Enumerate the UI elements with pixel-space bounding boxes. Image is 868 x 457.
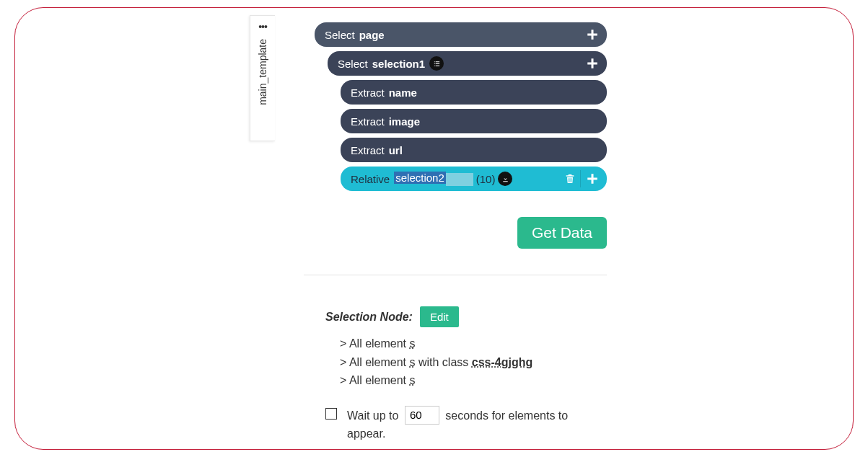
node-name: selection1 bbox=[372, 58, 425, 70]
node-keyword: Extract bbox=[351, 86, 385, 99]
drag-handle-icon[interactable]: ••• bbox=[258, 22, 267, 32]
list-item: > All element s bbox=[340, 334, 592, 353]
selector-breadcrumbs: > All element s > All element s with cla… bbox=[340, 334, 592, 390]
plus-icon bbox=[586, 28, 599, 41]
css-class-token: css-4gjghg bbox=[472, 356, 532, 368]
node-name: image bbox=[389, 115, 420, 128]
node-name: url bbox=[389, 144, 403, 156]
get-data-button[interactable]: Get Data bbox=[517, 217, 607, 249]
node-keyword: Extract bbox=[351, 115, 385, 128]
template-label: main_template bbox=[257, 39, 268, 105]
text-cursor-area bbox=[446, 173, 473, 186]
wait-label: Wait up to seconds for elements to appea… bbox=[347, 406, 592, 443]
node-name: page bbox=[359, 29, 385, 41]
node-select-selection1[interactable]: Select selection1 bbox=[328, 51, 607, 76]
node-keyword: Select bbox=[325, 29, 355, 41]
selection-name-editing[interactable]: selection2 bbox=[394, 172, 473, 185]
add-child-button[interactable] bbox=[582, 169, 602, 189]
list-item: > All element s with class css-4gjghg bbox=[340, 353, 592, 372]
section-divider bbox=[304, 275, 607, 275]
list-icon bbox=[429, 56, 444, 71]
plus-icon bbox=[586, 57, 599, 70]
plus-icon bbox=[586, 172, 599, 185]
node-extract-name[interactable]: Extract name bbox=[341, 80, 607, 105]
node-name: name bbox=[389, 86, 417, 99]
list-item: > All element s bbox=[340, 371, 592, 390]
editor-panel: ••• main_template Select page Select sel… bbox=[275, 7, 621, 449]
wait-checkbox[interactable] bbox=[325, 408, 337, 420]
node-select-page[interactable]: Select page bbox=[315, 22, 607, 47]
selection-node-detail: Selection Node: Edit > All element s > A… bbox=[325, 306, 592, 443]
node-keyword: Extract bbox=[351, 144, 385, 156]
node-extract-image[interactable]: Extract image bbox=[341, 109, 607, 133]
template-tab[interactable]: ••• main_template bbox=[250, 15, 275, 141]
divider bbox=[580, 170, 581, 187]
delete-node-button[interactable] bbox=[561, 170, 579, 187]
trash-icon bbox=[564, 173, 576, 185]
node-extract-url[interactable]: Extract url bbox=[341, 138, 607, 162]
node-keyword: Relative bbox=[351, 173, 390, 185]
edit-selection-button[interactable]: Edit bbox=[420, 306, 459, 327]
add-child-button[interactable] bbox=[582, 25, 602, 45]
outer-frame: ••• main_template Select page Select sel… bbox=[14, 7, 854, 450]
selection-name-text: selection2 bbox=[394, 172, 446, 184]
add-child-button[interactable] bbox=[582, 53, 602, 74]
node-keyword: Select bbox=[338, 58, 368, 70]
match-count: (10) bbox=[476, 173, 496, 185]
node-relative-selection2[interactable]: Relative selection2 (10) bbox=[341, 167, 607, 191]
command-tree: Select page Select selection1 Ext bbox=[315, 22, 607, 195]
detail-heading: Selection Node: bbox=[325, 311, 413, 324]
download-icon bbox=[498, 172, 512, 186]
wait-seconds-input[interactable] bbox=[405, 406, 439, 425]
